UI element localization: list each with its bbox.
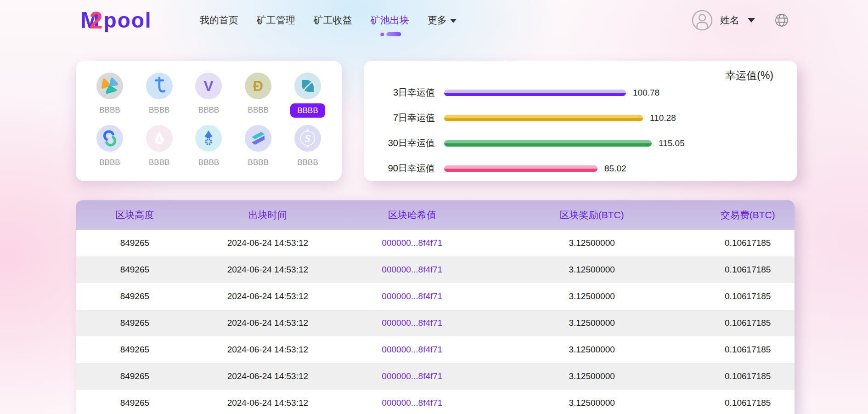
table-cell: 849265: [76, 318, 194, 328]
luck-label: 90日幸运值: [364, 162, 435, 175]
luck-row-3: 30日幸运值115.05: [364, 130, 797, 156]
coin-item-6[interactable]: BBBB: [85, 125, 135, 169]
swirl-coin-icon: S: [294, 125, 321, 152]
coin-item-8[interactable]: BBBB: [184, 125, 234, 169]
nav-item-label: 更多: [428, 14, 447, 27]
decred-coin-icon: [96, 125, 123, 152]
luck-row-2: 7日幸运值110.28: [364, 105, 797, 130]
coin-item-5-selected[interactable]: BBBB: [283, 73, 333, 118]
block-hash-text[interactable]: 000000...8f4f71: [382, 238, 442, 248]
coin-label: BBBB: [99, 156, 120, 169]
table-cell: 3.12500000: [483, 265, 701, 275]
nav-item-label: 矿池出块: [371, 14, 409, 27]
table-cell: 2024-06-24 14:53:12: [194, 318, 342, 328]
block-hash-text[interactable]: 000000...8f4f71: [382, 291, 442, 301]
luck-label: 3日幸运值: [364, 86, 435, 99]
block-hash-link[interactable]: 000000...8f4f71: [342, 318, 483, 328]
coin-item-3[interactable]: VBBBB: [184, 73, 234, 118]
svg-text:S: S: [305, 133, 311, 144]
user-dropdown-caret-icon[interactable]: [748, 18, 755, 23]
block-hash-text[interactable]: 000000...8f4f71: [382, 265, 442, 274]
block-hash-link[interactable]: 000000...8f4f71: [342, 398, 483, 408]
luck-label: 7日幸运值: [364, 112, 435, 124]
nav-item-1[interactable]: 我的首页: [200, 12, 238, 28]
nav-item-3[interactable]: 矿工收益: [314, 12, 352, 28]
table-cell: 0.10617185: [701, 265, 795, 275]
table-cell: 0.10617185: [701, 398, 795, 408]
coin-item-9[interactable]: BBBB: [233, 125, 283, 169]
chevron-down-icon: [450, 19, 457, 23]
block-hash-text[interactable]: 000000...8f4f71: [382, 345, 442, 354]
table-cell: 3.12500000: [483, 398, 701, 408]
nav-item-5[interactable]: 更多: [428, 12, 457, 28]
table-cell: 2024-06-24 14:53:12: [194, 345, 342, 355]
m2pool-logo[interactable]: M 2 pool: [80, 6, 152, 34]
block-hash-text[interactable]: 000000...8f4f71: [382, 398, 442, 408]
header-right-cluster: 姓名: [673, 10, 868, 31]
luck-value: 100.78: [633, 88, 659, 98]
nem-coin-icon: [96, 73, 123, 99]
user-name[interactable]: 姓名: [720, 14, 739, 27]
coin-item-10[interactable]: SBBBB: [283, 125, 333, 169]
nav-item-2[interactable]: 矿工管理: [257, 12, 295, 28]
table-row: 8492652024-06-24 14:53:12000000...8f4f71…: [76, 283, 795, 310]
table-cell: 849265: [76, 238, 194, 248]
luck-bar: [444, 165, 597, 172]
table-cell: 3.12500000: [483, 318, 701, 328]
luck-bar: [444, 90, 626, 96]
block-hash-link[interactable]: 000000...8f4f71: [342, 371, 483, 381]
logo-part-pool: pool: [104, 8, 152, 33]
table-cell: 2024-06-24 14:53:12: [194, 265, 342, 275]
top-navbar: M 2 pool 我的首页矿工管理矿工收益矿池出块更多 姓名: [0, 0, 868, 40]
table-row: 8492652024-06-24 14:53:12000000...8f4f71…: [76, 230, 795, 256]
luck-bar: [444, 140, 652, 147]
nav-item-4[interactable]: 矿池出块: [371, 12, 409, 28]
luck-label: 30日幸运值: [364, 137, 435, 149]
main-nav: 我的首页矿工管理矿工收益矿池出块更多: [200, 12, 457, 28]
globe-icon[interactable]: [774, 13, 789, 28]
table-cell: 3.12500000: [483, 371, 701, 381]
coin-item-2[interactable]: BBBB: [135, 73, 184, 118]
luck-value-card: 幸运值(%) 3日幸运值100.787日幸运值110.2830日幸运值115.0…: [364, 61, 797, 181]
table-row: 8492652024-06-24 14:53:12000000...8f4f71…: [76, 363, 795, 390]
table-cell: 849265: [76, 371, 194, 381]
coin-item-7[interactable]: BBBB: [135, 125, 184, 169]
table-cell: 0.10617185: [701, 371, 795, 381]
block-hash-link[interactable]: 000000...8f4f71: [342, 265, 483, 275]
nav-item-label: 矿工管理: [257, 14, 295, 27]
stratis-coin-icon: [245, 125, 271, 152]
ontology-coin-icon: [294, 73, 321, 99]
coin-label: BBBB: [149, 156, 169, 169]
table-cell: 2024-06-24 14:53:12: [194, 371, 342, 381]
coin-selector-card: BBBBBBBBVBBBBĐBBBBBBBBBBBBBBBBBBBBBBBBSB…: [76, 61, 342, 181]
coin-label: BBBB: [149, 103, 169, 117]
header-divider: [673, 11, 673, 29]
table-row: 8492652024-06-24 14:53:12000000...8f4f71…: [76, 256, 795, 283]
table-body: 8492652024-06-24 14:53:12000000...8f4f71…: [76, 230, 795, 414]
table-header-cell: 区块哈希值: [342, 209, 483, 221]
table-row: 8492652024-06-24 14:53:12000000...8f4f71…: [76, 390, 795, 414]
coin-label: BBBB: [248, 103, 269, 117]
block-hash-text[interactable]: 000000...8f4f71: [382, 371, 442, 381]
table-cell: 2024-06-24 14:53:12: [194, 398, 342, 408]
block-hash-link[interactable]: 000000...8f4f71: [342, 238, 483, 248]
table-cell: 3.12500000: [483, 238, 701, 248]
luck-value: 110.28: [650, 113, 676, 123]
table-row: 8492652024-06-24 14:53:12000000...8f4f71…: [76, 336, 795, 363]
block-hash-text[interactable]: 000000...8f4f71: [382, 318, 442, 328]
coin-item-1[interactable]: BBBB: [85, 73, 135, 118]
coin-label: BBBB: [248, 156, 269, 169]
table-header-cell: 出块时间: [194, 209, 342, 221]
user-avatar-icon[interactable]: [692, 10, 713, 31]
coin-item-4[interactable]: ĐBBBB: [233, 73, 283, 118]
table-header-cell: 区块高度: [76, 209, 194, 221]
block-hash-link[interactable]: 000000...8f4f71: [342, 345, 483, 355]
page: M 2 pool 我的首页矿工管理矿工收益矿池出块更多 姓名 BBBBBBBBV…: [0, 0, 868, 414]
svg-text:V: V: [204, 78, 214, 94]
block-hash-link[interactable]: 000000...8f4f71: [342, 291, 483, 301]
table-cell: 849265: [76, 265, 194, 275]
coin-label: BBBB: [290, 103, 325, 118]
table-cell: 849265: [76, 345, 194, 355]
coin-label: BBBB: [99, 103, 120, 117]
luck-value: 115.05: [659, 138, 685, 148]
